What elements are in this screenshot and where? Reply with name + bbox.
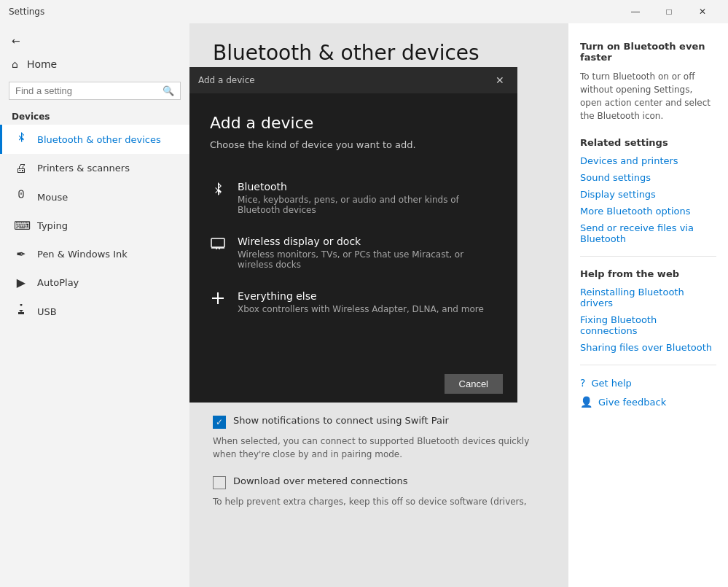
- dialog-titlebar-label: Add a device: [198, 75, 255, 85]
- device-option-bluetooth-info: Bluetooth Mice, keyboards, pens, or audi…: [238, 181, 497, 215]
- main-content: Bluetooth & other devices + Add Bluetoot…: [189, 23, 568, 587]
- minimize-button[interactable]: —: [619, 0, 652, 23]
- title-bar-title: Settings: [9, 7, 619, 17]
- sidebar: ← ⌂ Home 🔍 Devices Bluetooth & other dev…: [0, 23, 189, 587]
- back-icon: ←: [12, 35, 20, 47]
- wireless-option-icon: [210, 237, 226, 252]
- close-button[interactable]: ✕: [686, 0, 719, 23]
- maximize-button[interactable]: □: [652, 0, 686, 23]
- autoplay-icon: ▶: [14, 276, 28, 289]
- related-link-send-files[interactable]: Send or receive files via Bluetooth: [580, 222, 716, 244]
- give-feedback-label: Give feedback: [598, 397, 666, 408]
- sidebar-item-label-usb: USB: [37, 306, 57, 317]
- device-option-bluetooth-desc: Mice, keyboards, pens, or audio and othe…: [238, 195, 497, 215]
- sidebar-item-label-typing: Typing: [37, 220, 68, 231]
- pen-icon: ✒: [14, 247, 28, 261]
- printer-icon: 🖨: [14, 161, 28, 175]
- speed-section-title: Turn on Bluetooth even faster: [580, 41, 716, 63]
- title-bar: Settings — □ ✕: [0, 0, 728, 23]
- add-device-dialog: Add a device ✕ Add a device Choose the k…: [189, 67, 517, 403]
- title-bar-controls: — □ ✕: [619, 0, 719, 23]
- divider2: [580, 365, 716, 365]
- device-option-wireless-desc: Wireless monitors, TVs, or PCs that use …: [238, 249, 497, 270]
- device-option-wireless[interactable]: Wireless display or dock Wireless monito…: [210, 225, 497, 280]
- related-title: Related settings: [580, 137, 716, 148]
- sidebar-item-typing[interactable]: ⌨ Typing: [0, 211, 189, 240]
- sidebar-section-title: Devices: [0, 106, 189, 125]
- bluetooth-icon: [14, 132, 28, 147]
- dialog-footer: Cancel: [189, 365, 517, 403]
- everything-option-icon: [210, 292, 226, 308]
- device-option-everything[interactable]: Everything else Xbox controllers with Wi…: [210, 280, 497, 324]
- sidebar-item-autoplay[interactable]: ▶ AutoPlay: [0, 268, 189, 297]
- sidebar-item-pen[interactable]: ✒ Pen & Windows Ink: [0, 240, 189, 268]
- divider: [580, 256, 716, 257]
- sidebar-item-printers[interactable]: 🖨 Printers & scanners: [0, 154, 189, 182]
- dialog-body: Add a device Choose the kind of device y…: [189, 93, 517, 365]
- device-option-bluetooth[interactable]: Bluetooth Mice, keyboards, pens, or audi…: [210, 171, 497, 225]
- sidebar-home-label: Home: [27, 58, 57, 70]
- dialog-heading: Add a device: [210, 114, 497, 132]
- speed-text: To turn Bluetooth on or off without open…: [580, 70, 716, 123]
- dialog-subtitle: Choose the kind of device you want to ad…: [210, 139, 497, 150]
- sidebar-item-label-printers: Printers & scanners: [37, 163, 130, 174]
- give-feedback-action[interactable]: 👤 Give feedback: [580, 396, 716, 408]
- sidebar-item-bluetooth[interactable]: Bluetooth & other devices: [0, 125, 189, 154]
- search-input[interactable]: [15, 85, 158, 96]
- sidebar-item-label-mouse: Mouse: [37, 192, 68, 203]
- get-help-action[interactable]: ? Get help: [580, 377, 716, 389]
- svg-point-2: [20, 304, 23, 306]
- svg-rect-3: [211, 238, 224, 247]
- typing-icon: ⌨: [14, 219, 28, 233]
- sidebar-item-usb[interactable]: USB: [0, 297, 189, 326]
- back-button[interactable]: ←: [0, 29, 189, 53]
- help-link-sharing[interactable]: Sharing files over Bluetooth: [580, 342, 716, 353]
- search-icon: 🔍: [163, 85, 174, 96]
- home-icon: ⌂: [12, 58, 18, 70]
- mouse-icon: [14, 190, 28, 204]
- dialog-close-button[interactable]: ✕: [491, 73, 509, 88]
- cancel-button[interactable]: Cancel: [445, 374, 503, 394]
- device-option-wireless-info: Wireless display or dock Wireless monito…: [238, 236, 497, 270]
- get-help-icon: ?: [580, 377, 585, 389]
- sidebar-item-label-bluetooth: Bluetooth & other devices: [37, 134, 161, 145]
- bluetooth-option-icon: [210, 182, 226, 200]
- related-link-sound[interactable]: Sound settings: [580, 172, 716, 183]
- dialog-overlay: Add a device ✕ Add a device Choose the k…: [189, 23, 568, 587]
- related-link-display[interactable]: Display settings: [580, 189, 716, 200]
- device-option-everything-name: Everything else: [238, 290, 497, 302]
- app-container: ← ⌂ Home 🔍 Devices Bluetooth & other dev…: [0, 23, 728, 587]
- device-option-wireless-name: Wireless display or dock: [238, 236, 497, 247]
- right-panel: Turn on Bluetooth even faster To turn Bl…: [568, 23, 728, 587]
- device-option-everything-info: Everything else Xbox controllers with Wi…: [238, 290, 497, 314]
- sidebar-item-mouse[interactable]: Mouse: [0, 182, 189, 211]
- help-link-reinstall[interactable]: Reinstalling Bluetooth drivers: [580, 287, 716, 308]
- device-option-everything-desc: Xbox controllers with Wireless Adapter, …: [238, 304, 497, 314]
- sidebar-item-label-autoplay: AutoPlay: [37, 277, 79, 288]
- sidebar-item-label-pen: Pen & Windows Ink: [37, 249, 128, 260]
- help-title: Help from the web: [580, 268, 716, 279]
- search-box[interactable]: 🔍: [9, 82, 181, 100]
- device-option-bluetooth-name: Bluetooth: [238, 181, 497, 193]
- get-help-label: Get help: [591, 378, 631, 389]
- give-feedback-icon: 👤: [580, 396, 592, 408]
- help-link-fixing[interactable]: Fixing Bluetooth connections: [580, 314, 716, 336]
- sidebar-item-home[interactable]: ⌂ Home: [0, 53, 189, 76]
- related-link-devices[interactable]: Devices and printers: [580, 155, 716, 166]
- usb-icon: [14, 304, 28, 319]
- related-link-bluetooth-options[interactable]: More Bluetooth options: [580, 206, 716, 217]
- dialog-titlebar: Add a device ✕: [189, 67, 517, 93]
